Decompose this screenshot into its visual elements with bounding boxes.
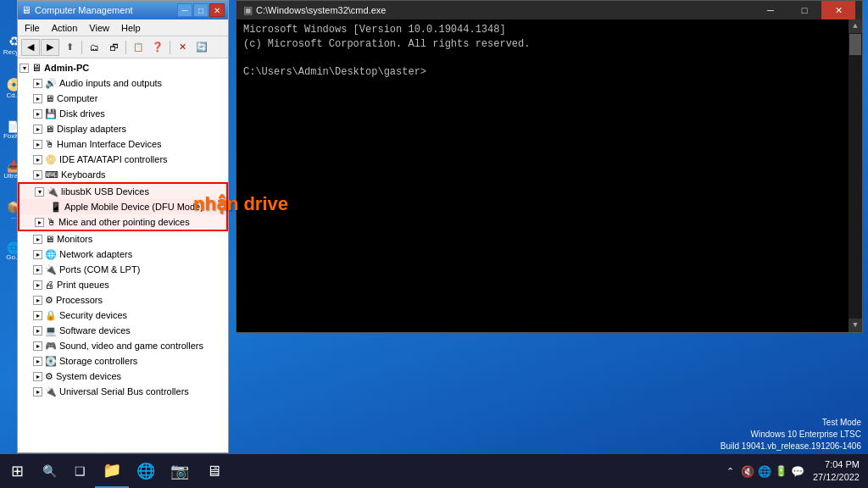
taskbar-time-date: 7:04 PM 27/12/2022 [808,458,865,485]
cmd-line-blank [243,52,855,66]
cmd-titlebar-controls: ─ □ ✕ [754,1,855,19]
minimize-button[interactable]: ─ [177,3,192,17]
tree-root[interactable]: ▾ 🖥 Admin-PC [18,60,228,75]
taskbar: ⊞ 🔍 ❑ 📁 🌐 📷 🖥 ⌃ 🔇 🌐 🔋 💬 7:04 PM 27/12/20… [0,454,868,488]
cmd-close-button[interactable]: ✕ [821,1,855,19]
new-window-button[interactable]: 🗗 [104,39,123,56]
comp-mgmt-title-icon: 🖥 [21,4,31,16]
taskbar-app-browser[interactable]: 🌐 [129,454,163,488]
menu-action[interactable]: Action [50,23,80,33]
tray-battery-icon[interactable]: 🔋 [775,465,787,477]
cmd-line-1: Microsoft Windows [Version 10.0.19044.13… [243,23,855,37]
tree-item-ports[interactable]: ▸ 🔌 Ports (COM & LPT) [18,262,228,277]
test-mode-line1: Test Mode [721,417,861,429]
toolbar-sep-1 [81,41,82,54]
help-button[interactable]: ❓ [148,39,167,56]
notification-icon[interactable]: 💬 [791,465,804,478]
tree-item-monitors[interactable]: ▸ 🖥 Monitors [18,231,228,247]
tree-item-disk[interactable]: ▸ 💾 Disk drives [18,106,228,121]
annotation-text: nhận drive [193,193,288,215]
tree-item-system[interactable]: ▸ ⚙ System devices [18,369,228,384]
tree-item-storage[interactable]: ▸ 💽 Storage controllers [18,353,228,369]
tree-item-software[interactable]: ▸ 💻 Software devices [18,323,228,338]
tree-item-usb[interactable]: ▸ 🔌 Universal Serial Bus controllers [18,384,228,399]
cmd-window: ▣ C:\Windows\system32\cmd.exe ─ □ ✕ Micr… [236,0,863,333]
taskbar-app-computer[interactable]: 🖥 [197,454,231,488]
tree-item-computer[interactable]: ▸ 🖥 Computer [18,91,228,106]
maximize-button[interactable]: □ [193,3,209,17]
tree-view: ▾ 🖥 Admin-PC ▸ 🔊 Audio inputs and output… [18,58,228,452]
scroll-down-arrow[interactable]: ▼ [849,319,862,332]
system-tray: ⌃ 🔇 🌐 🔋 💬 7:04 PM 27/12/2022 [723,458,868,485]
tree-item-processors[interactable]: ▸ ⚙ Processors [18,292,228,308]
scroll-thumb[interactable] [849,34,861,55]
tray-network-icon[interactable]: 🌐 [758,465,771,478]
menu-file[interactable]: File [23,23,42,33]
test-mode-line2: Windows 10 Enterprise LTSC [721,429,861,441]
cmd-content: Microsoft Windows [Version 10.0.19044.13… [236,19,862,332]
cmd-line-2: (c) Microsoft Corporation. All rights re… [243,37,855,52]
taskbar-time: 7:04 PM [813,458,860,471]
menubar: File Action View Help [18,19,228,36]
show-hide-button[interactable]: 🗂 [85,39,103,56]
refresh-button[interactable]: 🔄 [192,39,211,56]
taskbar-app-file-explorer[interactable]: 📁 [95,454,129,488]
cmd-title-icon: ▣ [243,4,253,16]
tray-volume-icon[interactable]: 🔇 [741,465,754,478]
tree-item-mice[interactable]: ▸ 🖱 Mice and other pointing devices [19,214,226,230]
tree-item-keyboards[interactable]: ▸ ⌨ Keyboards [18,167,228,182]
tree-item-display[interactable]: ▸ 🖥 Display adapters [18,121,228,136]
scroll-up-arrow[interactable]: ▲ [849,19,862,33]
cmd-maximize-button[interactable]: □ [787,1,821,19]
comp-mgmt-titlebar: 🖥 Computer Management ─ □ ✕ [18,1,228,19]
root-label: Admin-PC [44,63,89,73]
root-expander[interactable]: ▾ [19,64,29,73]
tree-item-audio[interactable]: ▸ 🔊 Audio inputs and outputs [18,75,228,91]
cmd-scrollbar[interactable]: ▲ ▼ [849,19,862,332]
tree-item-ide[interactable]: ▸ 📀 IDE ATA/ATAPI controllers [18,152,228,167]
taskbar-app-photos[interactable]: 📷 [163,454,197,488]
cmd-titlebar: ▣ C:\Windows\system32\cmd.exe ─ □ ✕ [236,1,862,19]
cmd-minimize-button[interactable]: ─ [754,1,787,19]
close-button[interactable]: ✕ [209,3,225,17]
toolbar: ◀ ▶ ⬆ 🗂 🗗 📋 ❓ ✕ 🔄 [18,36,228,58]
comp-mgmt-title-text: Computer Management [35,5,133,15]
cmd-title-text: C:\Windows\system32\cmd.exe [256,5,386,15]
tree-item-hid[interactable]: ▸ 🖱 Human Interface Devices [18,136,228,152]
search-button[interactable]: 🔍 [34,454,64,488]
back-button[interactable]: ◀ [21,39,40,56]
menu-view[interactable]: View [87,23,111,33]
properties-button[interactable]: 📋 [129,39,147,56]
delete-button[interactable]: ✕ [173,39,192,56]
tray-expand-button[interactable]: ⌃ [723,466,737,477]
forward-button[interactable]: ▶ [41,39,59,56]
titlebar-controls: ─ □ ✕ [177,3,225,17]
toolbar-sep-3 [170,41,170,54]
tree-item-network[interactable]: ▸ 🌐 Network adapters [18,247,228,262]
taskbar-date: 27/12/2022 [813,471,860,484]
tree-item-print[interactable]: ▸ 🖨 Print queues [18,277,228,292]
menu-help[interactable]: Help [120,23,142,33]
cmd-prompt-line: C:\Users\Admin\Desktop\gaster> [243,65,855,80]
task-view-button[interactable]: ❑ [64,454,95,488]
test-mode-watermark: Test Mode Windows 10 Enterprise LTSC Bui… [721,417,861,452]
toolbar-sep-2 [125,41,126,54]
tree-item-sound[interactable]: ▸ 🎮 Sound, video and game controllers [18,338,228,353]
test-mode-line3: Build 19041.vb_release.191206-1406 [721,441,861,452]
tree-item-security[interactable]: ▸ 🔒 Security devices [18,308,228,323]
up-button[interactable]: ⬆ [60,39,79,56]
start-button[interactable]: ⊞ [0,454,34,488]
computer-management-window: 🖥 Computer Management ─ □ ✕ File Action … [17,0,229,453]
